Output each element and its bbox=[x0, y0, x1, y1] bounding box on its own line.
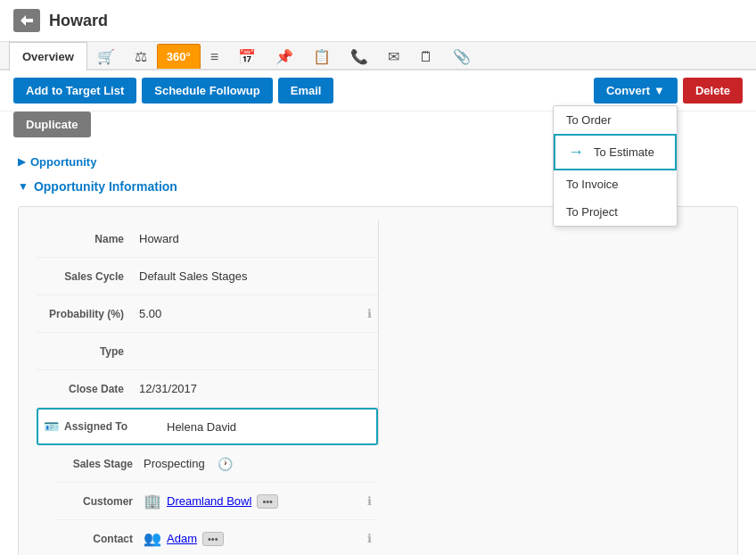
assigned-to-person-icon: 🪪 bbox=[44, 419, 59, 434]
field-name-row: Name bbox=[37, 220, 378, 258]
field-sales-cycle-value bbox=[135, 267, 378, 286]
convert-dropdown-wrapper: Convert ▼ To Order → To Estimate To Invo… bbox=[594, 78, 678, 104]
page-wrapper: Howard Overview 🛒 ⚖ 360° ≡ 📅 📌 📋 📞 ✉ 🗒 📎… bbox=[0, 0, 756, 555]
field-assigned-to-row: 🪪 Assigned To bbox=[37, 408, 378, 445]
tab-clipboard-icon[interactable]: 📋 bbox=[303, 42, 341, 70]
customer-info-icon[interactable]: ℹ bbox=[360, 494, 378, 508]
field-assigned-to-value bbox=[162, 418, 371, 436]
opportunity-info-section-label: Opportunity Information bbox=[34, 179, 177, 194]
add-to-target-list-button[interactable]: Add to Target List bbox=[13, 78, 136, 104]
form-grid: Name Sales Cycle Probability (%) bbox=[37, 220, 719, 555]
tab-phone-icon[interactable]: 📞 bbox=[341, 42, 378, 70]
field-customer-value: 🏢 Dreamland Bowl ••• bbox=[144, 493, 360, 509]
convert-to-invoice[interactable]: To Invoice bbox=[554, 170, 677, 198]
tab-overview[interactable]: Overview bbox=[9, 42, 87, 70]
field-sales-stage-row: Sales Stage Prospecting 🕐 bbox=[54, 445, 378, 483]
field-type-row: Type bbox=[37, 333, 378, 370]
field-sales-cycle-label: Sales Cycle bbox=[37, 270, 135, 283]
field-assigned-to-input[interactable] bbox=[162, 418, 371, 436]
field-probability-row: Probability (%) ℹ bbox=[37, 295, 378, 333]
field-contact-row: Contact 👥 Adam ••• ℹ bbox=[54, 520, 378, 555]
tabs-bar: Overview 🛒 ⚖ 360° ≡ 📅 📌 📋 📞 ✉ 🗒 📎 bbox=[0, 42, 756, 70]
form-right-col: Sales Stage Prospecting 🕐 Customer 🏢 bbox=[37, 445, 378, 555]
field-close-date-row: Close Date bbox=[37, 370, 378, 408]
back-button[interactable] bbox=[13, 9, 40, 32]
field-contact-label: Contact bbox=[54, 533, 144, 545]
duplicate-button[interactable]: Duplicate bbox=[13, 112, 91, 137]
field-close-date-label: Close Date bbox=[37, 383, 135, 395]
page-title: Howard bbox=[49, 12, 108, 30]
estimate-arrow-indicator: → bbox=[568, 143, 584, 162]
field-name-value bbox=[135, 229, 378, 248]
contact-link[interactable]: Adam bbox=[167, 532, 197, 545]
svg-marker-0 bbox=[21, 15, 33, 26]
field-type-value bbox=[135, 342, 378, 360]
form-panel: Name Sales Cycle Probability (%) bbox=[18, 206, 738, 555]
probability-info-icon[interactable]: ℹ bbox=[360, 307, 378, 320]
field-close-date-input[interactable] bbox=[135, 379, 378, 398]
tab-email-icon[interactable]: ✉ bbox=[378, 42, 409, 70]
opportunity-section-label: Opportunity bbox=[30, 155, 96, 169]
field-type-label: Type bbox=[37, 345, 135, 358]
field-name-label: Name bbox=[37, 233, 135, 245]
tab-cart-icon[interactable]: 🛒 bbox=[87, 42, 125, 70]
field-customer-row: Customer 🏢 Dreamland Bowl ••• ℹ bbox=[54, 483, 378, 520]
field-sales-cycle-row: Sales Cycle bbox=[37, 258, 378, 295]
customer-building-icon: 🏢 bbox=[144, 493, 161, 509]
action-bar: Add to Target List Schedule Followup Ema… bbox=[0, 70, 756, 112]
tab-paperclip-icon[interactable]: 📎 bbox=[443, 42, 481, 70]
field-close-date-value bbox=[135, 379, 378, 398]
right-action-buttons: Convert ▼ To Order → To Estimate To Invo… bbox=[594, 78, 743, 104]
delete-button[interactable]: Delete bbox=[683, 78, 743, 104]
field-name-input[interactable] bbox=[135, 229, 378, 248]
customer-link[interactable]: Dreamland Bowl bbox=[167, 494, 251, 508]
tab-pin-icon[interactable]: 📌 bbox=[266, 42, 303, 70]
form-left-col: Name Sales Cycle Probability (%) bbox=[37, 220, 378, 445]
field-sales-stage-value: Prospecting 🕐 bbox=[144, 457, 378, 471]
field-probability-label: Probability (%) bbox=[37, 308, 135, 320]
field-customer-label: Customer bbox=[54, 495, 144, 508]
field-type-input[interactable] bbox=[135, 342, 378, 360]
field-sales-cycle-input[interactable] bbox=[135, 267, 378, 286]
contact-people-icon: 👥 bbox=[144, 530, 161, 547]
convert-dropdown-menu: To Order → To Estimate To Invoice To Pro… bbox=[553, 105, 678, 227]
tab-calendar-icon[interactable]: 📅 bbox=[228, 42, 266, 70]
field-contact-value: 👥 Adam ••• bbox=[144, 530, 360, 547]
field-probability-input[interactable] bbox=[135, 304, 360, 323]
field-assigned-to-label: Assigned To bbox=[64, 420, 162, 433]
schedule-followup-button[interactable]: Schedule Followup bbox=[142, 78, 272, 104]
convert-to-estimate[interactable]: → To Estimate bbox=[554, 134, 677, 170]
convert-button[interactable]: Convert ▼ bbox=[594, 78, 678, 104]
tab-360[interactable]: 360° bbox=[157, 44, 201, 69]
convert-to-project[interactable]: To Project bbox=[554, 198, 677, 226]
page-header: Howard bbox=[0, 0, 756, 42]
field-sales-stage-label: Sales Stage bbox=[54, 458, 144, 470]
tab-note-icon[interactable]: 🗒 bbox=[409, 43, 443, 70]
tab-list-icon[interactable]: ≡ bbox=[201, 43, 228, 70]
contact-more-button[interactable]: ••• bbox=[202, 532, 224, 546]
customer-more-button[interactable]: ••• bbox=[257, 494, 278, 509]
sales-stage-history-icon[interactable]: 🕐 bbox=[218, 457, 233, 471]
email-button[interactable]: Email bbox=[278, 78, 334, 104]
convert-to-order[interactable]: To Order bbox=[554, 106, 677, 134]
form-col-divider bbox=[378, 220, 379, 445]
tab-gavel-icon[interactable]: ⚖ bbox=[125, 42, 157, 70]
field-probability-value bbox=[135, 304, 360, 323]
sales-stage-text: Prospecting bbox=[144, 457, 205, 470]
contact-info-icon[interactable]: ℹ bbox=[360, 532, 378, 545]
opportunity-info-chevron-down-icon: ▼ bbox=[18, 180, 29, 193]
opportunity-chevron-right-icon: ▶ bbox=[18, 156, 25, 168]
